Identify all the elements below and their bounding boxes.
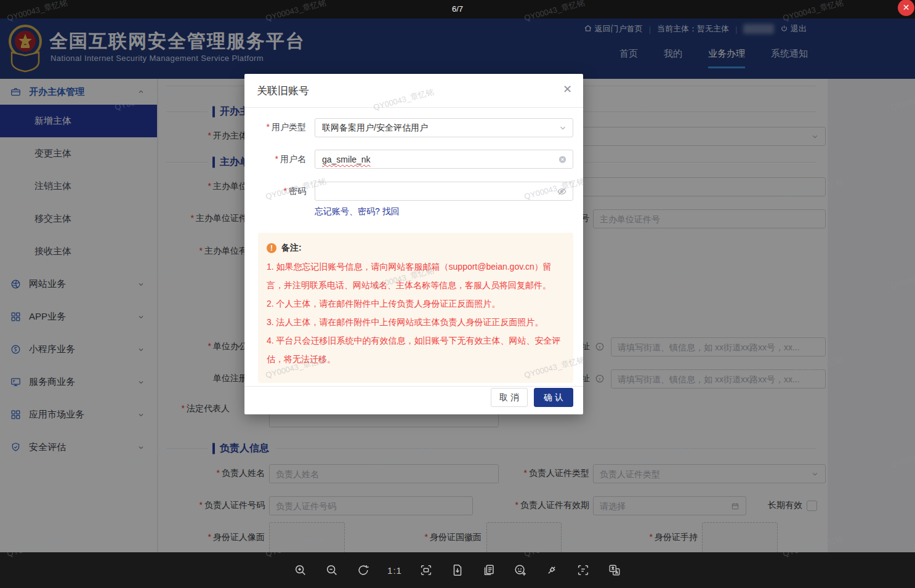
divider [244, 386, 583, 387]
clear-input-icon[interactable] [558, 155, 567, 164]
page: 全国互联网安全管理服务平台 National Internet Security… [0, 0, 915, 588]
viewer-close-button[interactable]: ✕ [898, 0, 914, 16]
note-line: 4. 平台只会迁移旧系统中的有效信息，如旧账号下无有效主体、网站、安全评估，将无… [267, 331, 565, 368]
warning-icon: ! [267, 243, 276, 253]
note-box: ! 备注: 1. 如果您忘记旧账号信息，请向网站客服邮箱（support@bei… [258, 233, 573, 383]
viewer-toolbar: 1:1 [0, 552, 915, 588]
password-field[interactable] [315, 182, 573, 200]
label-password: *密码 [284, 186, 306, 197]
username-value: ga_smile_nk [322, 155, 371, 164]
text-scan-icon[interactable] [576, 563, 591, 578]
note-header: ! 备注: [267, 239, 565, 257]
link-old-account-modal: 关联旧账号 ✕ *用户类型 联网备案用户/安全评估用户 *用户名 ga_smil… [244, 74, 583, 414]
divider [244, 107, 583, 108]
one-to-one-button[interactable]: 1:1 [387, 563, 402, 578]
label-username: *用户名 [275, 154, 306, 165]
label-user-type: *用户类型 [267, 122, 306, 133]
add-emoji-icon[interactable] [513, 563, 528, 578]
chevron-down-icon [558, 124, 567, 132]
note-line: 2. 个人主体，请在邮件附件中上传负责人身份证正反面照片。 [267, 294, 565, 313]
user-type-select[interactable]: 联网备案用户/安全评估用户 [315, 118, 573, 137]
password-input[interactable] [315, 182, 573, 201]
username-input[interactable]: ga_smile_nk [315, 150, 573, 169]
zoom-out-icon[interactable] [324, 563, 339, 578]
note-line: 1. 如果您忘记旧账号信息，请向网站客服邮箱（support@beian.gov… [267, 257, 565, 294]
fit-screen-icon[interactable] [419, 563, 433, 578]
zoom-in-icon[interactable] [293, 563, 308, 578]
viewer-topbar: 6/7 [0, 0, 915, 18]
user-type-value: 联网备案用户/安全评估用户 [322, 123, 428, 134]
confirm-button[interactable]: 确 认 [534, 388, 573, 407]
forgot-account-link[interactable]: 忘记账号、密码? 找回 [315, 206, 400, 217]
copy-icon[interactable] [482, 563, 496, 578]
refresh-icon[interactable] [356, 563, 371, 578]
pin-icon[interactable] [544, 563, 559, 578]
note-title: 备注: [281, 243, 302, 254]
cancel-button[interactable]: 取 消 [491, 388, 528, 407]
note-line: 3. 法人主体，请在邮件附件中上传网站或主体负责人身份证正反面照片。 [267, 313, 565, 331]
modal-close-icon[interactable]: ✕ [563, 83, 572, 96]
translate-icon[interactable] [607, 563, 622, 578]
page-counter: 6/7 [0, 4, 915, 14]
eye-off-icon[interactable] [557, 186, 567, 196]
download-icon[interactable] [450, 563, 465, 578]
modal-title: 关联旧账号 [257, 84, 309, 98]
